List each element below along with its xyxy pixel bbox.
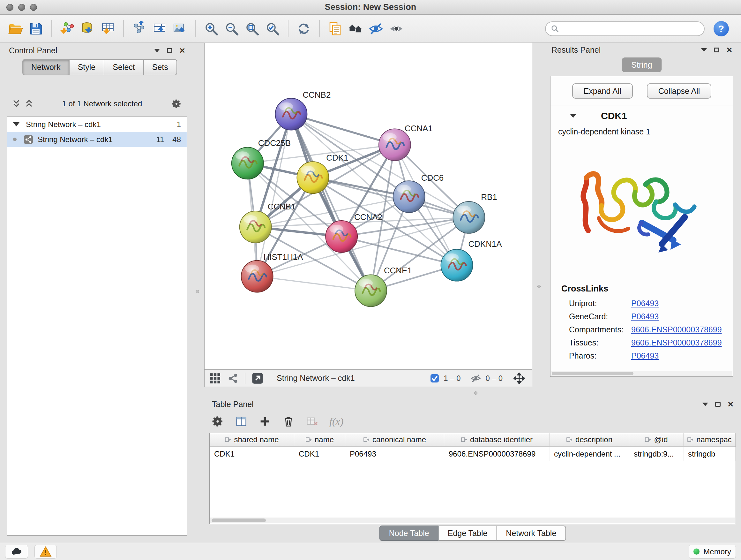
close-panel-icon[interactable]: × xyxy=(179,46,185,55)
column-header[interactable]: name xyxy=(294,433,345,446)
protein-description: cyclin-dependent kinase 1 xyxy=(550,124,733,136)
section-disclosure-icon[interactable] xyxy=(570,114,576,118)
results-horizontal-scrollbar[interactable] xyxy=(551,371,732,376)
network-canvas[interactable]: CCNB2CCNA1CDC25BCDK1CDC6RB1CCNB1CCNA2CDK… xyxy=(204,43,532,370)
app-window: Session: New Session xyxy=(0,0,741,560)
export-view-icon[interactable] xyxy=(251,372,264,385)
column-header[interactable]: database identifier xyxy=(444,433,549,446)
birdseye-grid-icon[interactable] xyxy=(209,372,221,384)
edge-count: 48 xyxy=(172,135,181,144)
splitter-handle[interactable] xyxy=(196,290,199,293)
column-label: database identifier xyxy=(470,435,533,444)
export-network-button[interactable] xyxy=(130,18,149,39)
float-panel-icon[interactable] xyxy=(714,48,719,52)
crosslink-link[interactable]: P06493 xyxy=(631,312,659,321)
close-panel-icon[interactable]: × xyxy=(728,399,733,409)
tab-network-table[interactable]: Network Table xyxy=(497,525,566,541)
splitter-handle[interactable] xyxy=(537,285,541,288)
protein-section-header[interactable]: CDK1 xyxy=(550,105,733,124)
protein-structure-image xyxy=(570,145,714,272)
expand-all-button[interactable]: Expand All xyxy=(572,83,633,99)
expand-all-icon[interactable] xyxy=(12,99,20,109)
copy-style-button[interactable] xyxy=(326,18,345,39)
show-columns-icon[interactable] xyxy=(235,415,248,428)
add-column-icon[interactable] xyxy=(259,415,271,428)
hide-selected-button[interactable] xyxy=(366,18,386,39)
zoom-window-button[interactable] xyxy=(30,4,37,11)
column-label: name xyxy=(315,435,334,444)
save-session-button[interactable] xyxy=(26,18,45,39)
tab-network[interactable]: Network xyxy=(22,59,70,75)
svg-text:CCNB1: CCNB1 xyxy=(268,202,296,211)
minimize-window-button[interactable] xyxy=(18,4,25,11)
crosslink-link[interactable]: 9606.ENSP00000378699 xyxy=(631,338,722,348)
crosslink-label: Tissues: xyxy=(569,338,631,348)
zoom-selected-button[interactable] xyxy=(263,18,282,39)
export-table-button[interactable] xyxy=(150,18,169,39)
tab-select[interactable]: Select xyxy=(105,59,144,75)
network-tree-child-row[interactable]: String Network – cdk1 11 48 xyxy=(7,132,187,147)
cloud-status-button[interactable] xyxy=(5,545,28,559)
export-image-button[interactable] xyxy=(171,18,190,39)
move-crosshair-icon[interactable] xyxy=(514,373,525,384)
collapse-panel-icon[interactable] xyxy=(154,49,160,52)
float-panel-icon[interactable] xyxy=(715,402,721,407)
warnings-button[interactable] xyxy=(35,545,57,559)
import-table-button[interactable] xyxy=(98,18,118,39)
float-panel-icon[interactable] xyxy=(167,48,172,53)
memory-button[interactable]: Memory xyxy=(689,545,736,559)
share-network-icon[interactable] xyxy=(227,372,239,384)
collapse-all-icon[interactable] xyxy=(25,99,33,109)
svg-text:CDKN1A: CDKN1A xyxy=(468,240,502,248)
crosslink-link[interactable]: 9606.ENSP00000378699 xyxy=(631,325,722,334)
splitter-handle[interactable] xyxy=(474,391,477,395)
import-table-icon xyxy=(100,21,116,37)
column-header[interactable]: description xyxy=(549,433,629,446)
import-network-file-button[interactable] xyxy=(57,18,77,39)
import-network-database-button[interactable] xyxy=(78,18,97,39)
crosslink-link[interactable]: P06493 xyxy=(631,351,659,361)
help-button[interactable]: ? xyxy=(714,21,729,37)
gear-icon[interactable] xyxy=(171,98,182,109)
column-header[interactable]: shared name xyxy=(210,433,294,446)
tab-string[interactable]: String xyxy=(622,57,662,72)
zoom-in-button[interactable] xyxy=(202,18,221,39)
table-horizontal-scrollbar[interactable] xyxy=(210,517,735,523)
scrollbar-thumb[interactable] xyxy=(552,372,633,375)
zoom-fit-button[interactable] xyxy=(243,18,262,39)
tab-edge-table[interactable]: Edge Table xyxy=(439,525,497,541)
results-panel-title: Results Panel xyxy=(551,45,601,55)
scrollbar-thumb[interactable] xyxy=(212,518,266,522)
crosslink-link[interactable]: P06493 xyxy=(631,299,659,308)
svg-text:CCNA1: CCNA1 xyxy=(405,124,433,133)
tab-node-table[interactable]: Node Table xyxy=(380,525,439,541)
collapse-all-button[interactable]: Collapse All xyxy=(647,83,712,99)
collapse-panel-icon[interactable] xyxy=(702,402,708,406)
delete-table-icon[interactable] xyxy=(306,415,319,428)
first-neighbors-button[interactable] xyxy=(346,18,365,39)
network-tree-root-row[interactable]: String Network – cdk1 1 xyxy=(7,117,187,132)
column-header[interactable]: canonical name xyxy=(345,433,444,446)
open-session-button[interactable] xyxy=(6,18,25,39)
table-settings-gear-icon[interactable] xyxy=(211,415,224,428)
cell-name: CDK1 xyxy=(294,447,345,461)
refresh-button[interactable] xyxy=(294,18,313,39)
function-builder-icon[interactable]: f(x) xyxy=(329,416,343,428)
network-canvas-svg[interactable]: CCNB2CCNA1CDC25BCDK1CDC6RB1CCNB1CCNA2CDK… xyxy=(205,43,532,369)
disclosure-triangle-icon[interactable] xyxy=(13,122,19,126)
table-row[interactable]: CDK1 CDK1 P06493 9606.ENSP00000378699 cy… xyxy=(210,447,736,461)
tab-sets[interactable]: Sets xyxy=(144,59,177,75)
crosslink-label: Compartments: xyxy=(569,325,631,334)
hidden-eye-slash-icon[interactable] xyxy=(470,373,481,384)
show-all-button[interactable] xyxy=(387,18,406,39)
column-header[interactable]: namespac xyxy=(684,433,736,446)
search-input[interactable] xyxy=(562,24,699,34)
collapse-panel-icon[interactable] xyxy=(701,48,707,52)
close-window-button[interactable] xyxy=(6,4,13,11)
tab-style[interactable]: Style xyxy=(70,59,105,75)
zoom-out-button[interactable] xyxy=(222,18,241,39)
column-header[interactable]: @id xyxy=(629,433,684,446)
delete-column-trash-icon[interactable] xyxy=(282,415,295,428)
selected-checkbox-icon[interactable] xyxy=(430,374,439,383)
close-panel-icon[interactable]: × xyxy=(726,45,732,55)
